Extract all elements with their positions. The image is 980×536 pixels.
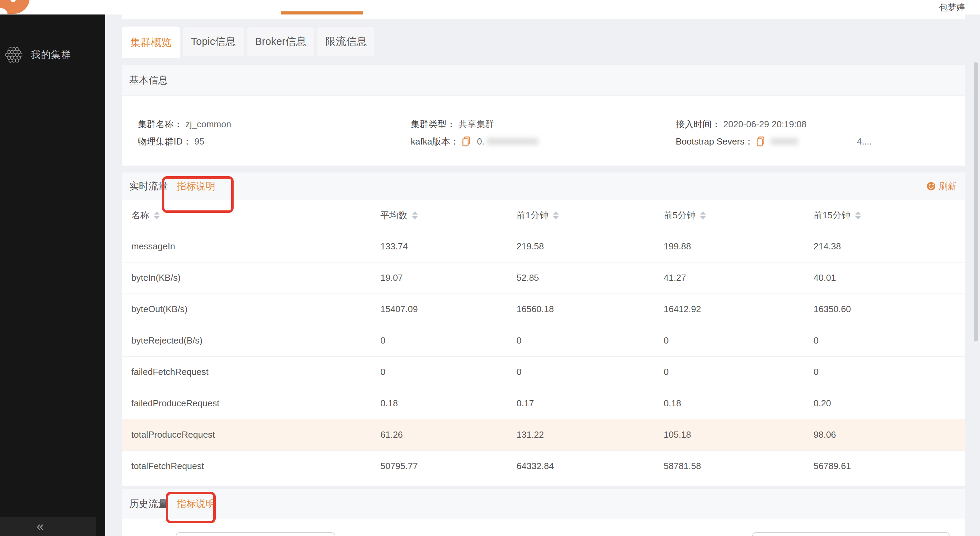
field-cluster-type: 集群类型：共享集群 — [411, 118, 538, 130]
app-root: 我的集群 « 包梦婷 集群概览Topic信息Broker信息限流信息 基本信息 … — [0, 0, 980, 536]
history-control-box[interactable] — [176, 532, 335, 536]
field-label: 物理集群ID： — [138, 136, 192, 147]
redacted-text — [770, 138, 798, 145]
realtime-metrics-table: 名称平均数前1分钟前5分钟前15分钟 messageIn133.74219.58… — [122, 200, 965, 482]
metric-name-cell: failedFetchRequest — [122, 356, 380, 388]
collapse-chevrons-icon: « — [37, 520, 44, 533]
sort-carets-icon[interactable] — [412, 211, 418, 219]
field-kafka-version: kafka版本： 0. — [411, 136, 538, 147]
table-row: totalFetchRequest50795.7764332.8458781.5… — [122, 450, 965, 482]
metric-name-cell: byteIn(KB/s) — [122, 262, 380, 294]
metric-value-cell: 58781.58 — [664, 450, 814, 482]
metric-value-cell: 133.74 — [380, 231, 517, 262]
realtime-traffic-title: 实时流量 — [129, 180, 168, 193]
metric-value-cell: 16560.18 — [517, 294, 664, 325]
metric-value-cell: 199.88 — [664, 231, 814, 262]
metric-name-cell: messageIn — [122, 231, 380, 262]
tab-1[interactable]: Topic信息 — [183, 27, 244, 56]
honeycomb-cluster-icon — [5, 46, 23, 63]
history-traffic-panel: 历史流量 指标说明 — [122, 489, 965, 536]
table-row: byteIn(KB/s)19.0752.8541.2740.01 — [122, 262, 965, 294]
field-label: Bootstrap Severs： — [676, 136, 753, 147]
metric-value-cell: 0.18 — [664, 388, 814, 419]
basic-info-title: 基本信息 — [129, 74, 168, 87]
metric-value-cell: 41.27 — [664, 262, 814, 294]
metric-value-cell: 0 — [664, 325, 814, 356]
metric-value-cell: 131.22 — [517, 419, 664, 450]
sidebar-item-label: 我的集群 — [31, 48, 71, 61]
table-row: totalProduceRequest61.26131.22105.1898.0… — [122, 419, 965, 450]
metric-value-cell: 15407.09 — [380, 294, 517, 325]
column-label: 前1分钟 — [517, 209, 548, 222]
metric-value-cell: 50795.77 — [380, 450, 517, 482]
logo-notch — [0, 8, 8, 14]
metric-value-cell: 219.58 — [517, 231, 664, 262]
sidebar-item-my-clusters[interactable]: 我的集群 — [0, 46, 105, 64]
logo-ring — [10, 0, 16, 2]
history-control-box[interactable] — [752, 532, 950, 536]
content-top-strip — [122, 14, 965, 19]
sort-carets-icon[interactable] — [553, 211, 558, 219]
metric-name-cell: totalFetchRequest — [122, 450, 380, 482]
refresh-icon — [927, 182, 935, 190]
metric-doc-link[interactable]: 指标说明 — [177, 498, 215, 510]
table-row: messageIn133.74219.58199.88214.38 — [122, 231, 965, 262]
table-row: byteOut(KB/s)15407.0916560.1816412.92163… — [122, 294, 965, 325]
field-label: kafka版本： — [411, 136, 459, 147]
copy-icon[interactable] — [462, 136, 471, 147]
tab-3[interactable]: 限流信息 — [317, 27, 375, 56]
metric-value-cell: 61.26 — [380, 419, 517, 450]
sort-carets-icon[interactable] — [154, 211, 159, 219]
sort-carets-icon[interactable] — [855, 211, 861, 219]
column-header-3: 前5分钟 — [664, 209, 706, 222]
refresh-button[interactable]: 刷新 — [927, 172, 956, 200]
column-label: 平均数 — [380, 209, 407, 222]
field-value: zj_common — [185, 118, 231, 130]
metric-value-cell: 16412.92 — [664, 294, 814, 325]
metric-value-cell: 19.07 — [380, 262, 517, 294]
app-logo[interactable] — [0, 0, 30, 14]
user-name[interactable]: 包梦婷 — [939, 2, 965, 13]
metric-value-cell: 0.17 — [517, 388, 664, 419]
basic-info-header: 基本信息 — [122, 65, 965, 96]
metric-value-cell: 52.85 — [517, 262, 664, 294]
sort-carets-icon[interactable] — [700, 211, 706, 219]
metric-name-cell: byteRejected(B/s) — [122, 325, 380, 356]
active-nav-indicator — [281, 11, 363, 14]
metric-name-cell: byteOut(KB/s) — [122, 294, 380, 325]
field-bootstrap-servers: Bootstrap Severs： 4.... — [676, 136, 872, 147]
table-row: byteRejected(B/s)0000 — [122, 325, 965, 356]
table-header-row: 名称平均数前1分钟前5分钟前15分钟 — [122, 200, 965, 231]
topbar: 包梦婷 — [0, 0, 980, 14]
column-header-0: 名称 — [131, 209, 159, 222]
basic-info-col-3: 接入时间：2020-06-29 20:19:08Bootstrap Severs… — [676, 118, 872, 153]
column-label: 名称 — [131, 209, 149, 222]
metric-value-cell: 0.18 — [380, 388, 517, 419]
metric-value-cell: 105.18 — [664, 419, 814, 450]
field-label: 集群类型： — [411, 118, 455, 130]
metric-value-cell: 0 — [517, 325, 664, 356]
table-row: failedFetchRequest0000 — [122, 356, 965, 388]
metric-doc-link[interactable]: 指标说明 — [177, 180, 215, 193]
tab-2[interactable]: Broker信息 — [247, 27, 314, 56]
realtime-traffic-header: 实时流量 指标说明 刷新 — [122, 172, 965, 200]
tab-0[interactable]: 集群概览 — [122, 27, 180, 58]
page-scrollbar-thumb[interactable] — [974, 62, 978, 341]
refresh-label: 刷新 — [939, 180, 956, 193]
metric-value-cell: 16350.60 — [814, 294, 965, 325]
column-label: 前15分钟 — [814, 209, 850, 222]
column-header-4: 前15分钟 — [814, 209, 861, 222]
field-value: 共享集群 — [458, 118, 494, 130]
field-value: 4.... — [857, 136, 872, 147]
copy-icon[interactable] — [756, 136, 765, 147]
field-label: 集群名称： — [138, 118, 183, 130]
realtime-traffic-panel: 实时流量 指标说明 刷新 名称平均数前1分钟前5分钟前15分钟 messageI… — [122, 172, 965, 486]
field-cluster-name: 集群名称：zj_common — [138, 118, 231, 130]
metric-value-cell: 98.06 — [814, 419, 965, 450]
field-physical-cluster-id: 物理集群ID：95 — [138, 136, 231, 147]
metric-value-cell: 40.01 — [814, 262, 965, 294]
metric-value-cell: 0.20 — [814, 388, 965, 419]
sidebar-collapse-button[interactable]: « — [0, 517, 96, 536]
field-value: 0. — [477, 136, 485, 147]
metric-name-cell: totalProduceRequest — [122, 419, 380, 450]
